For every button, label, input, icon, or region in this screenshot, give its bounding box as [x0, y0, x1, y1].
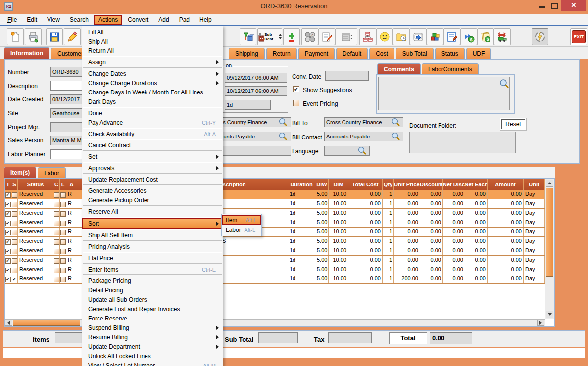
show-suggestions-checkbox[interactable]: ✔ — [293, 86, 299, 92]
cell-status[interactable]: Reserved — [18, 237, 53, 246]
cell-amount[interactable]: 0.00 — [488, 209, 524, 218]
s-checkbox[interactable] — [12, 211, 17, 217]
cell-unit_price[interactable]: 0.00 — [394, 246, 420, 255]
cell-dim[interactable]: 10.00 — [329, 228, 348, 236]
cell-checkbox-t[interactable]: ✔ — [5, 218, 11, 227]
cell-a[interactable]: R — [66, 265, 77, 274]
cell-dim[interactable]: 10.00 — [329, 199, 348, 208]
actions-menu-item-generate-pickup-order[interactable]: Generate Pickup Order — [82, 195, 223, 205]
cell-a[interactable]: R — [66, 237, 77, 246]
c-checkbox[interactable] — [54, 192, 59, 198]
actions-menu-item-update-all-sub-orders[interactable]: Update all Sub Orders — [82, 295, 223, 304]
actions-menu-item-suspend-billing[interactable]: Suspend Billing — [82, 323, 223, 332]
tab-sub-total[interactable]: Sub Total — [396, 48, 434, 59]
cell-unit_price[interactable]: 0.00 — [394, 237, 420, 246]
ship-contact-search-icon[interactable] — [278, 132, 288, 141]
date-out-field[interactable]: 09/12/2017 06:00 AM — [225, 73, 287, 83]
cell-checkbox-c[interactable] — [53, 265, 60, 274]
fill-shapes-button[interactable] — [240, 28, 256, 45]
actions-menu-item-detail-pricing[interactable]: Detail Pricing — [82, 285, 223, 295]
cell-total_cost[interactable]: 0.00 — [348, 218, 383, 227]
s-checkbox[interactable] — [12, 249, 17, 254]
actions-menu-item-return-all[interactable]: Return All — [82, 46, 223, 55]
tab-labor[interactable]: Labor — [38, 167, 66, 178]
cell-status[interactable]: Reserved — [18, 274, 53, 283]
column-header-dim[interactable]: DIM — [329, 179, 348, 190]
save-button[interactable] — [46, 28, 63, 45]
cell-total_cost[interactable]: 0.00 — [348, 256, 383, 265]
quick-actions-button[interactable] — [532, 28, 548, 45]
cell-dim[interactable]: 10.00 — [329, 190, 348, 199]
tab-default[interactable]: Default — [336, 48, 368, 59]
t-checkbox[interactable]: ✔ — [5, 221, 11, 226]
language-search-icon[interactable] — [357, 146, 367, 156]
s-checkbox[interactable] — [12, 221, 17, 226]
edit-button[interactable] — [64, 28, 81, 45]
cell-checkbox-l[interactable] — [60, 218, 66, 227]
send-invoice-button[interactable]: $ — [460, 28, 477, 45]
horizontal-scroll-thumb[interactable] — [13, 320, 80, 326]
cell-qty[interactable]: 1 — [383, 237, 394, 246]
cell-checkbox-t[interactable]: ✔ — [5, 228, 11, 236]
cell-discount[interactable]: 0.00 — [420, 246, 443, 255]
cell-checkbox-c[interactable] — [53, 218, 60, 227]
cell-discount[interactable]: 0.00 — [420, 228, 443, 236]
sub-rent-button[interactable]: Sub Rent — [257, 28, 282, 45]
cell-checkbox-t[interactable]: ✔ — [5, 256, 11, 265]
actions-menu-item-dark-days[interactable]: Dark Days — [82, 97, 223, 106]
cell-unit[interactable]: Day — [524, 246, 545, 255]
cell-duration[interactable]: 1d — [288, 265, 315, 274]
t-checkbox[interactable]: ✔ — [5, 277, 11, 282]
cell-net_each[interactable]: 0.00 — [465, 199, 488, 208]
comments-search-icon[interactable] — [499, 78, 510, 89]
l-checkbox[interactable] — [60, 239, 66, 245]
cell-net_disc[interactable]: 0.00 — [443, 256, 465, 265]
cell-a[interactable]: R — [66, 199, 77, 208]
cell-checkbox-c[interactable] — [53, 274, 60, 283]
cell-qty[interactable]: 1 — [383, 199, 394, 208]
actions-menu-item-pricing-analysis[interactable]: Pricing Analysis — [82, 242, 223, 251]
l-checkbox[interactable] — [60, 202, 66, 207]
comments-textarea[interactable] — [378, 77, 510, 110]
actions-menu-item-change-charge-durations[interactable]: Change Charge Durations — [82, 78, 223, 88]
cell-checkbox-l[interactable] — [60, 237, 66, 246]
cell-duration[interactable]: 1d — [288, 237, 315, 246]
actions-menu-item-approvals[interactable]: Approvals — [82, 163, 223, 173]
cell-checkbox-c[interactable] — [53, 228, 60, 236]
actions-menu-item-check-availability[interactable]: Check AvailabilityAlt-A — [82, 129, 223, 138]
s-checkbox[interactable] — [12, 258, 17, 264]
cell-amount[interactable]: 0.00 — [488, 274, 524, 283]
cell-checkbox-l[interactable] — [60, 199, 66, 208]
order-notes-button[interactable] — [443, 28, 460, 45]
cell-duration[interactable]: 1d — [288, 190, 315, 199]
c-checkbox[interactable] — [54, 249, 59, 254]
scroll-up-button[interactable] — [546, 180, 553, 187]
cell-diw[interactable]: 5.00 — [315, 218, 329, 227]
description-field[interactable] — [50, 81, 85, 91]
cell-diw[interactable]: 5.00 — [315, 237, 329, 246]
cell-a[interactable]: R — [66, 246, 77, 255]
project-mgr-field[interactable] — [50, 122, 85, 132]
column-header-s[interactable]: S — [11, 179, 18, 190]
actions-menu-item-force-reserve[interactable]: Force Reserve — [82, 314, 223, 323]
cell-unit_price[interactable]: 0.00 — [394, 218, 420, 227]
cell-total_cost[interactable]: 0.00 — [348, 265, 383, 274]
cell-qty[interactable]: 1 — [383, 265, 394, 274]
cell-unit_price[interactable]: 0.00 — [394, 209, 420, 218]
cell-checkbox-c[interactable] — [53, 190, 60, 199]
column-header-net-disc[interactable]: Net Disc — [443, 179, 465, 190]
cell-discount[interactable]: 0.00 — [420, 209, 443, 218]
cell-total_cost[interactable]: 0.00 — [348, 274, 383, 283]
conv-date-field[interactable] — [325, 71, 369, 81]
c-checkbox[interactable] — [54, 230, 59, 235]
cell-discount[interactable]: 0.00 — [420, 218, 443, 227]
column-header-c[interactable]: C — [53, 179, 60, 190]
cell-net_each[interactable]: 0.00 — [465, 209, 488, 218]
cell-checkbox-t[interactable]: ✔ — [5, 199, 11, 208]
column-header-l[interactable]: L — [60, 179, 66, 190]
cell-qty[interactable]: 1 — [383, 246, 394, 255]
actions-menu-item-ship-all[interactable]: Ship All — [82, 37, 223, 46]
cell-amount[interactable]: 0.00 — [488, 218, 524, 227]
tab-laborcomments[interactable]: LaborComments — [422, 63, 479, 74]
cell-duration[interactable]: 1d — [288, 256, 315, 265]
